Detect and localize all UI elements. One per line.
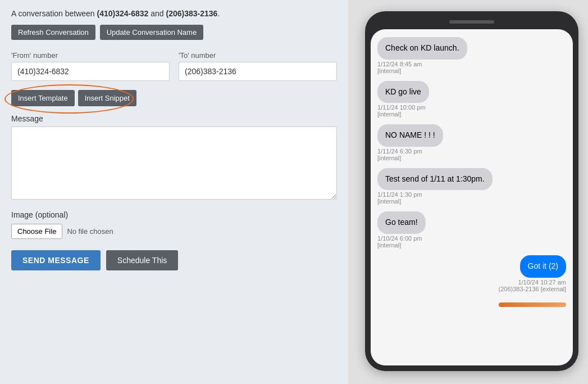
image-label: Image (optional) — [11, 210, 337, 219]
file-chosen-label: No file chosen — [67, 227, 113, 236]
message-bubble-2: KD go live — [377, 81, 429, 103]
message-group-2: KD go live1/11/24 10:00 pm[internal] — [377, 81, 566, 120]
message-bubble-5: Go team! — [377, 211, 426, 234]
message-bubble-3: NO NAME ! ! ! — [377, 124, 443, 147]
image-section: Image (optional) Choose File No file cho… — [11, 210, 337, 239]
message-group-5: Go team!1/10/24 6:00 pm[internal] — [377, 211, 566, 251]
message-bubble-1: Check on KD launch. — [377, 37, 467, 60]
from-phone-header: (410)324-6832 — [97, 9, 149, 18]
to-number-field-group: 'To' number — [179, 51, 337, 81]
phone-fields-row: 'From' number 'To' number — [11, 51, 337, 81]
message-meta-3: 1/11/24 6:30 pm[internal] — [377, 148, 422, 161]
phone-mockup: Check on KD launch.1/12/24 8:45 am[inter… — [365, 11, 578, 371]
message-meta-5: 1/10/24 6:00 pm[internal] — [377, 235, 422, 249]
message-field-label: Message — [11, 114, 337, 123]
action-buttons-row: Refresh Conversation Update Conversation… — [11, 25, 337, 40]
header-middle: and — [148, 9, 166, 18]
from-number-field-group: 'From' number — [11, 51, 170, 81]
left-panel: A conversation between (410)324-6832 and… — [0, 0, 348, 384]
message-meta-1: 1/12/24 8:45 am[internal] — [377, 61, 422, 74]
header-prefix: A conversation between — [11, 9, 97, 18]
message-textarea[interactable] — [11, 127, 337, 200]
message-meta-6: 1/10/24 10:27 am(206)383-2136 [external] — [499, 279, 566, 292]
send-message-button[interactable]: SEND MESSAGE — [11, 250, 101, 270]
message-group-6: Got it (2)1/10/24 10:27 am(206)383-2136 … — [377, 255, 566, 295]
message-group-1: Check on KD launch.1/12/24 8:45 am[inter… — [377, 37, 566, 76]
phone-screen: Check on KD launch.1/12/24 8:45 am[inter… — [371, 29, 573, 365]
message-bubble-6: Got it (2) — [520, 255, 566, 278]
from-number-label: 'From' number — [11, 51, 170, 60]
insert-template-button[interactable]: Insert Template — [11, 90, 75, 106]
message-group-4: Test send of 1/11 at 1:30pm.1/11/24 1:30… — [377, 168, 566, 207]
update-conversation-name-button[interactable]: Update Conversation Name — [100, 25, 203, 40]
message-group-3: NO NAME ! ! !1/11/24 6:30 pm[internal] — [377, 124, 566, 164]
file-input-wrapper: Choose File No file chosen — [11, 224, 337, 239]
send-row: SEND MESSAGE Schedule This — [11, 250, 337, 270]
partial-progress-bar — [499, 302, 566, 307]
to-phone-header: (206)383-2136 — [166, 9, 218, 18]
schedule-this-button[interactable]: Schedule This — [106, 250, 178, 270]
template-buttons-row: Insert Template Insert Snippet — [11, 90, 337, 106]
to-number-label: 'To' number — [179, 51, 337, 60]
refresh-conversation-button[interactable]: Refresh Conversation — [11, 25, 95, 40]
insert-snippet-button[interactable]: Insert Snippet — [78, 90, 136, 106]
message-meta-4: 1/11/24 1:30 pm[internal] — [377, 191, 422, 205]
header-suffix: . — [217, 9, 220, 18]
right-panel: Check on KD launch.1/12/24 8:45 am[inter… — [348, 0, 588, 384]
message-bubble-4: Test send of 1/11 at 1:30pm. — [377, 168, 493, 191]
to-number-input[interactable] — [179, 62, 337, 81]
phone-notch — [449, 20, 494, 24]
message-meta-2: 1/11/24 10:00 pm[internal] — [377, 104, 426, 118]
from-number-input[interactable] — [11, 62, 170, 81]
choose-file-button[interactable]: Choose File — [11, 224, 62, 239]
conversation-header: A conversation between (410)324-6832 and… — [11, 9, 337, 18]
